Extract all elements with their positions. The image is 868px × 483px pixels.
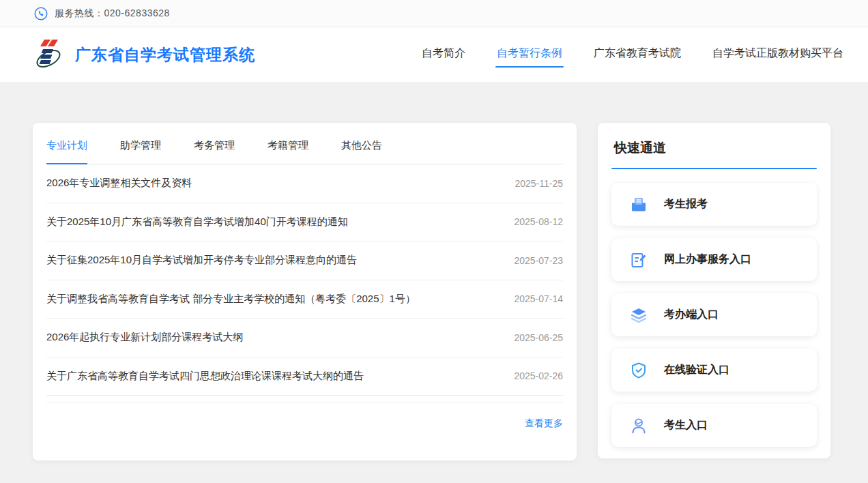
edit-document-icon (630, 251, 648, 269)
quick-channel-items: 考生报考 网上办事服务入口 (611, 183, 817, 447)
quick-item-label: 网上办事服务入口 (664, 252, 751, 267)
inbox-icon (630, 196, 648, 214)
user-icon (630, 417, 648, 435)
service-hotline: 服务热线：020-62833628 (55, 8, 170, 20)
notice-title[interactable]: 关于广东省高等教育自学考试四门思想政治理论课课程考试大纲的通告 (46, 370, 364, 383)
notice-tabs: 专业计划 助学管理 考务管理 考籍管理 其他公告 (46, 123, 563, 164)
site-logo-icon (33, 38, 66, 72)
notice-title[interactable]: 关于征集2025年10月自学考试增加开考停考专业部分课程意向的通告 (46, 254, 357, 267)
tab-other-announcements[interactable]: 其他公告 (341, 139, 382, 164)
notice-title[interactable]: 2026年专业调整相关文件及资料 (46, 177, 192, 190)
quick-item-label: 考生入口 (664, 418, 708, 433)
notice-row[interactable]: 2026年专业调整相关文件及资料 2025-11-25 (46, 164, 563, 203)
notice-date: 2025-08-12 (514, 216, 563, 227)
quick-channel-panel: 快速通道 考生报考 (598, 123, 830, 458)
quick-channel-title: 快速通道 (611, 139, 817, 157)
quick-item-candidate-registration[interactable]: 考生报考 (611, 183, 817, 226)
notice-row[interactable]: 关于征集2025年10月自学考试增加开考停考专业部分课程意向的通告 2025-0… (46, 241, 563, 280)
nav-item-regulations[interactable]: 自考暂行条例 (497, 42, 562, 68)
tab-major-plans[interactable]: 专业计划 (46, 139, 87, 164)
header-nav: 自考简介 自考暂行条例 广东省教育考试院 自学考试正版教材购买平台 (390, 42, 843, 68)
nav-active-underline (495, 66, 564, 68)
phone-icon (34, 7, 48, 20)
layers-icon (630, 306, 648, 324)
notice-date: 2025-02-26 (514, 370, 563, 381)
quick-item-label: 在线验证入口 (664, 363, 729, 377)
list-end-divider (46, 396, 563, 402)
notice-date: 2025-07-14 (514, 293, 563, 304)
quick-item-online-services[interactable]: 网上办事服务入口 (611, 238, 817, 281)
tab-study-support[interactable]: 助学管理 (120, 139, 161, 164)
brand: 广东省自学考试管理系统 (33, 38, 255, 72)
quick-item-online-verification[interactable]: 在线验证入口 (611, 349, 817, 392)
quick-item-label: 考办端入口 (664, 308, 719, 322)
more-row: 查看更多 (46, 402, 563, 430)
notice-title[interactable]: 关于调整我省高等教育自学考试 部分专业主考学校的通知（粤考委〔2025〕1号） (46, 293, 416, 306)
quick-channel-underline (611, 168, 817, 169)
shield-check-icon (630, 362, 648, 379)
topbar: 服务热线：020-62833628 (0, 0, 868, 27)
notice-date: 2025-06-25 (514, 332, 563, 343)
quick-item-candidate-portal[interactable]: 考生入口 (611, 404, 817, 447)
main-content: 专业计划 助学管理 考务管理 考籍管理 其他公告 2026年专业调整相关文件及资… (0, 82, 868, 460)
notice-row[interactable]: 2026年起执行专业新计划部分课程考试大纲 2025-06-25 (46, 319, 563, 357)
notice-date: 2025-11-25 (515, 178, 563, 189)
tab-exam-records[interactable]: 考籍管理 (267, 139, 308, 164)
notice-title[interactable]: 2026年起执行专业新计划部分课程考试大纲 (46, 331, 243, 344)
nav-item-gd-exam-authority[interactable]: 广东省教育考试院 (594, 42, 681, 68)
nav-item-textbook-platform[interactable]: 自学考试正版教材购买平台 (712, 42, 843, 68)
quick-item-exam-office-portal[interactable]: 考办端入口 (611, 293, 817, 336)
tab-exam-affairs[interactable]: 考务管理 (194, 139, 235, 164)
notice-row[interactable]: 关于调整我省高等教育自学考试 部分专业主考学校的通知（粤考委〔2025〕1号） … (46, 280, 563, 319)
site-title: 广东省自学考试管理系统 (75, 44, 255, 65)
notice-panel: 专业计划 助学管理 考务管理 考籍管理 其他公告 2026年专业调整相关文件及资… (33, 123, 577, 460)
quick-item-label: 考生报考 (664, 197, 708, 211)
view-more-link[interactable]: 查看更多 (525, 418, 563, 430)
nav-item-intro[interactable]: 自考简介 (422, 42, 465, 68)
notice-row[interactable]: 关于2025年10月广东省高等教育自学考试增加40门开考课程的通知 2025-0… (46, 203, 563, 242)
header: 广东省自学考试管理系统 自考简介 自考暂行条例 广东省教育考试院 自学考试正版教… (0, 27, 868, 82)
notice-row[interactable]: 关于广东省高等教育自学考试四门思想政治理论课课程考试大纲的通告 2025-02-… (46, 357, 563, 396)
notice-list: 2026年专业调整相关文件及资料 2025-11-25 关于2025年10月广东… (46, 164, 563, 430)
notice-date: 2025-07-23 (514, 255, 563, 266)
notice-title[interactable]: 关于2025年10月广东省高等教育自学考试增加40门开考课程的通知 (46, 216, 348, 229)
